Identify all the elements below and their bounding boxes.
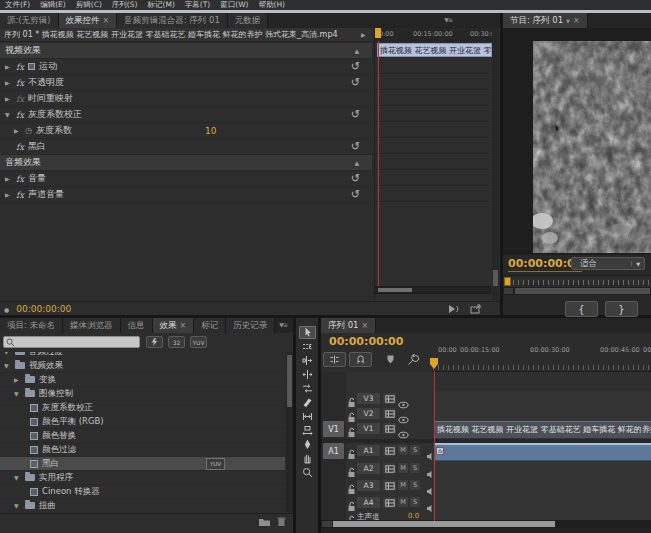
toggle-animation-icon[interactable]: ◷ — [25, 126, 32, 135]
panel-menu-icon[interactable]: ▼≡ — [279, 321, 287, 328]
track-select-tool[interactable] — [299, 340, 316, 353]
scrollbar-thumb[interactable] — [493, 270, 498, 286]
timeline-timecode[interactable]: 00:00:00:00 — [329, 335, 403, 348]
menu-marker[interactable]: 标记(M) — [147, 0, 174, 10]
mute-button[interactable]: M — [398, 463, 408, 473]
search-input[interactable] — [3, 336, 140, 348]
effect-row-black-white[interactable]: fx 黑白 ↺ — [0, 139, 372, 155]
scrollbar-thumb[interactable] — [378, 288, 412, 292]
menu-help[interactable]: 帮助(H) — [259, 0, 286, 10]
menu-window[interactable]: 窗口(W) — [220, 0, 248, 10]
tab-history[interactable]: 历史记录 — [226, 318, 275, 333]
effect-row-time-remap[interactable]: ▶ fx 时间重映射 — [0, 91, 372, 107]
collapse-section-icon[interactable]: ▲ — [354, 47, 359, 54]
expand-icon[interactable]: ▶ — [5, 191, 12, 198]
param-row-gamma[interactable]: ▶ ◷ 灰度系数 10 — [0, 123, 372, 139]
fx-badge-icon[interactable]: fx — [16, 110, 24, 120]
close-icon[interactable]: × — [103, 16, 110, 25]
collapse-section-icon[interactable]: ▲ — [354, 159, 359, 166]
effects-tree-vscrollbar[interactable] — [286, 352, 293, 512]
track-name-a3[interactable]: A3 — [357, 480, 380, 491]
timeline-ruler[interactable]: 00:00 00:00:15:00 00:00:30:00 00:00:45:0… — [433, 340, 651, 372]
track-display-style-icon[interactable] — [383, 393, 396, 404]
lock-icon[interactable] — [347, 467, 356, 478]
playhead-marker[interactable] — [375, 28, 381, 38]
tab-program[interactable]: 节目: 序列 01 ▼ × — [503, 13, 588, 28]
selection-tool[interactable] — [299, 326, 316, 339]
effect-controls-mini-timeline[interactable]: 0:00 00:15:00:00 00:30:00 插花视频 花艺视频 开业花篮… — [374, 28, 492, 300]
fx-badge-icon[interactable]: fx — [16, 190, 24, 200]
slide-tool[interactable] — [299, 424, 316, 437]
effect-row-channel-volume[interactable]: ▶ fx 声道音量 ↺ — [0, 187, 372, 203]
reset-effect-icon[interactable]: ↺ — [351, 140, 360, 153]
tab-metadata[interactable]: 元数据 — [228, 13, 269, 28]
collapse-icon[interactable]: ▼ — [4, 362, 11, 369]
effect-row-gamma-correction[interactable]: ▼ fx 灰度系数校正 ↺ — [0, 107, 372, 123]
marker-button[interactable] — [385, 354, 396, 365]
expand-icon[interactable]: ▶ — [5, 175, 12, 182]
tree-effect-black-white[interactable]: 黑白 YUV — [0, 457, 285, 471]
collapse-icon[interactable]: ▼ — [14, 474, 21, 481]
keyframe-nav-icon[interactable] — [424, 512, 433, 520]
play-around-icon[interactable] — [447, 304, 460, 314]
tree-bin-image-control[interactable]: ▼ 图像控制 — [0, 387, 285, 401]
collapse-icon[interactable]: ▼ — [14, 502, 21, 509]
expand-icon[interactable]: ▶ — [5, 79, 12, 86]
lock-icon[interactable] — [347, 427, 356, 438]
master-track-label[interactable]: 主声道 — [357, 512, 380, 520]
solo-button[interactable]: S — [410, 463, 420, 473]
track-display-style-icon[interactable] — [383, 480, 396, 491]
program-scrollbar[interactable] — [503, 287, 651, 295]
hand-tool[interactable] — [299, 452, 316, 465]
expand-icon[interactable]: ▶ — [14, 376, 21, 383]
reset-effect-icon[interactable]: ↺ — [351, 76, 360, 89]
tree-effect-color-balance-rgb[interactable]: 颜色平衡 (RGB) — [0, 415, 285, 429]
tree-bin-utility[interactable]: ▼ 实用程序 — [0, 471, 285, 485]
menu-edit[interactable]: 编辑(E) — [40, 0, 66, 10]
mini-timeline-clip[interactable]: 插花视频 花艺视频 开业花篮 零基础花艺 婚车插花 鲜花的养护 韩式花束_高清.… — [377, 43, 492, 57]
param-value[interactable]: 10 — [205, 126, 216, 136]
effect-row-motion[interactable]: ▶ fx 运动 ↺ — [0, 59, 372, 75]
collapse-icon[interactable]: ▼ — [5, 111, 12, 118]
track-name-v3[interactable]: V3 — [357, 393, 380, 404]
scrollbar-end-box[interactable] — [322, 521, 332, 527]
track-name-v2[interactable]: V2 — [357, 408, 380, 419]
audio-effects-header[interactable]: 音频效果 ▲ — [0, 155, 372, 171]
scrollbar-end-box[interactable] — [504, 288, 513, 294]
track-name-a2[interactable]: A2 — [357, 463, 380, 474]
solo-button[interactable]: S — [410, 497, 420, 507]
tree-bin-transform[interactable]: ▶ 变换 — [0, 373, 285, 387]
timeline-settings-button[interactable] — [407, 354, 419, 366]
close-icon[interactable]: × — [180, 321, 187, 330]
panel-menu-icon[interactable]: ▼≡ — [444, 16, 452, 23]
scrollbar-thumb[interactable] — [333, 521, 555, 527]
timeline-hscrollbar[interactable] — [321, 520, 651, 528]
menu-title[interactable]: 字幕(T) — [185, 0, 210, 10]
track-name-v1[interactable]: V1 — [357, 423, 380, 434]
tree-effect-color-replace[interactable]: 颜色替换 — [0, 429, 285, 443]
track-display-style-icon[interactable] — [383, 408, 396, 419]
track-a4-content[interactable] — [433, 495, 651, 512]
track-a3-content[interactable] — [433, 478, 651, 496]
lock-icon[interactable] — [347, 484, 356, 495]
mute-button[interactable]: M — [398, 480, 408, 490]
expand-icon[interactable]: ▶ — [5, 95, 12, 102]
rolling-edit-tool[interactable] — [299, 368, 316, 381]
menu-sequence[interactable]: 序列(S) — [112, 0, 138, 10]
tab-effects[interactable]: 效果 × — [153, 318, 195, 333]
tab-effect-controls[interactable]: 效果控件 × — [59, 13, 118, 28]
mark-out-button[interactable]: } — [605, 301, 638, 317]
collapse-icon[interactable]: ▼ — [4, 352, 11, 355]
tree-bin-distort[interactable]: ▼ 扭曲 — [0, 499, 285, 512]
reset-effect-icon[interactable]: ↺ — [351, 60, 360, 73]
zoom-tool[interactable] — [299, 466, 316, 479]
mini-timeline-hscrollbar[interactable] — [374, 286, 491, 294]
track-display-style-icon[interactable] — [383, 497, 396, 508]
fx-badge-icon[interactable]: fx — [16, 78, 24, 88]
track-v3-content[interactable] — [433, 391, 651, 407]
tab-audio-mixer[interactable]: 音频剪辑混合器: 序列 01 — [117, 13, 228, 28]
master-level-value[interactable]: 0.0 — [408, 512, 419, 520]
32bit-effects-badge[interactable]: 32 — [168, 336, 185, 348]
track-display-style-icon[interactable] — [383, 423, 396, 434]
reset-effect-icon[interactable]: ↺ — [351, 108, 360, 121]
